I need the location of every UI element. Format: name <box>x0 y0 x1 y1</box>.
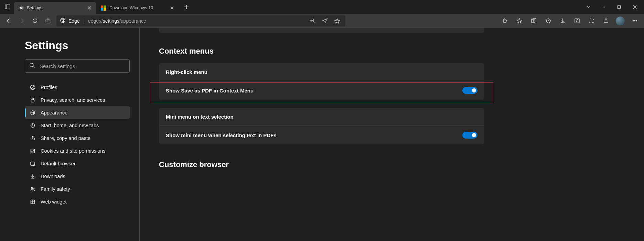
row-label: Show Save as PDF in Context Menu <box>166 88 254 94</box>
microsoft-logo-icon <box>100 5 106 11</box>
url-text: edge://settings/appearance <box>88 18 146 24</box>
svg-rect-10 <box>618 6 620 8</box>
svg-point-53 <box>33 188 34 189</box>
tab-download-windows[interactable]: Download Windows 10 <box>96 2 179 14</box>
screenshot-button[interactable] <box>585 15 598 27</box>
site-identity-label: Edge <box>68 18 80 24</box>
sidebar-item-share-copy-paste[interactable]: Share, copy and paste <box>25 132 130 144</box>
previous-card-edge <box>159 28 484 33</box>
svg-point-35 <box>636 20 637 21</box>
back-button[interactable] <box>2 15 15 27</box>
lock-icon <box>30 97 36 103</box>
refresh-button[interactable] <box>28 15 41 27</box>
close-icon[interactable] <box>169 5 175 11</box>
card-header: Right-click menu <box>159 63 484 81</box>
sidebar-item-profiles[interactable]: Profiles <box>25 81 130 94</box>
power-icon <box>30 123 36 128</box>
window-minimize-button[interactable] <box>595 0 611 14</box>
setting-row-save-as-pdf: Show Save as PDF in Context Menu <box>159 81 484 100</box>
row-label: Show mini menu when selecting text in PD… <box>166 132 277 138</box>
svg-rect-0 <box>5 5 10 9</box>
more-menu-button[interactable] <box>628 15 641 27</box>
window-close-button[interactable] <box>627 0 643 14</box>
svg-rect-44 <box>31 149 35 153</box>
collections-button[interactable] <box>527 15 540 27</box>
svg-marker-18 <box>323 19 327 23</box>
edge-logo-icon <box>60 18 66 24</box>
math-solver-button[interactable] <box>570 15 583 27</box>
new-tab-button[interactable] <box>181 1 192 12</box>
tab-strip: Settings Download Windows 10 <box>0 0 644 14</box>
search-icon <box>29 63 35 69</box>
family-icon <box>30 186 36 192</box>
settings-sidebar: Settings Profiles Privacy, search, and s… <box>0 28 140 241</box>
search-input[interactable] <box>40 63 125 69</box>
tab-label: Settings <box>27 6 87 10</box>
toolbar: Edge | edge://settings/appearance <box>0 14 644 28</box>
svg-point-33 <box>633 20 633 21</box>
history-button[interactable] <box>541 15 555 27</box>
svg-point-45 <box>32 151 32 152</box>
home-button[interactable] <box>41 15 54 27</box>
sidebar-item-default-browser[interactable]: Default browser <box>25 157 130 170</box>
svg-point-39 <box>32 86 33 87</box>
downloads-button[interactable] <box>556 15 569 27</box>
svg-line-15 <box>313 22 314 23</box>
tab-settings[interactable]: Settings <box>14 2 96 14</box>
forward-button[interactable] <box>15 15 28 27</box>
sidebar-item-web-widget[interactable]: Web widget <box>25 195 130 208</box>
appearance-icon <box>30 110 36 116</box>
browser-icon <box>30 161 36 166</box>
card-mini-menu: Mini menu on text selection Show mini me… <box>159 108 484 144</box>
close-icon[interactable] <box>87 5 92 11</box>
svg-marker-22 <box>517 19 522 23</box>
svg-rect-40 <box>31 100 34 102</box>
sidebar-item-start-home[interactable]: Start, home, and new tabs <box>25 119 130 132</box>
address-bar[interactable]: Edge | edge://settings/appearance <box>56 15 345 26</box>
sidebar-item-privacy[interactable]: Privacy, search, and services <box>25 94 130 106</box>
tab-label: Download Windows 10 <box>109 6 169 10</box>
toggle-save-as-pdf[interactable] <box>462 87 477 94</box>
card-right-click-menu: Right-click menu Show Save as PDF in Con… <box>159 63 484 100</box>
sidebar-item-downloads[interactable]: Downloads <box>25 170 130 183</box>
zoom-icon[interactable] <box>308 16 317 26</box>
profile-icon <box>30 85 36 90</box>
svg-point-2 <box>20 7 21 9</box>
favorite-star-icon[interactable] <box>332 16 342 26</box>
send-icon[interactable] <box>320 16 330 26</box>
search-settings-input[interactable] <box>25 59 130 73</box>
setting-row-mini-menu-pdf: Show mini menu when selecting text in PD… <box>159 126 484 144</box>
card-header: Mini menu on text selection <box>159 108 484 126</box>
gear-icon <box>18 5 23 11</box>
svg-point-36 <box>30 63 33 67</box>
window-maximize-button[interactable] <box>611 0 627 14</box>
extensions-button[interactable] <box>498 15 511 27</box>
sidebar-item-family-safety[interactable]: Family safety <box>25 183 130 195</box>
tab-actions-button[interactable] <box>1 1 14 13</box>
settings-main: Context menus Right-click menu Show Save… <box>140 28 644 241</box>
svg-rect-46 <box>33 150 34 151</box>
page-title: Settings <box>25 39 130 52</box>
section-title-customize-browser: Customize browser <box>159 160 627 169</box>
svg-point-34 <box>634 20 635 21</box>
sidebar-item-cookies[interactable]: Cookies and site permissions <box>25 144 130 157</box>
profile-avatar[interactable] <box>616 17 625 25</box>
sidebar-item-appearance[interactable]: Appearance <box>25 106 130 119</box>
section-title-context-menus: Context menus <box>159 47 627 56</box>
tab-overflow-button[interactable] <box>581 0 595 14</box>
widget-icon <box>30 199 36 205</box>
svg-line-37 <box>33 66 34 68</box>
share-icon <box>30 135 36 141</box>
toggle-mini-menu-pdf[interactable] <box>462 132 477 139</box>
share-button[interactable] <box>599 15 612 27</box>
cookies-icon <box>30 148 36 154</box>
download-icon <box>30 174 36 179</box>
favorites-button[interactable] <box>513 15 526 27</box>
svg-point-52 <box>31 187 33 189</box>
